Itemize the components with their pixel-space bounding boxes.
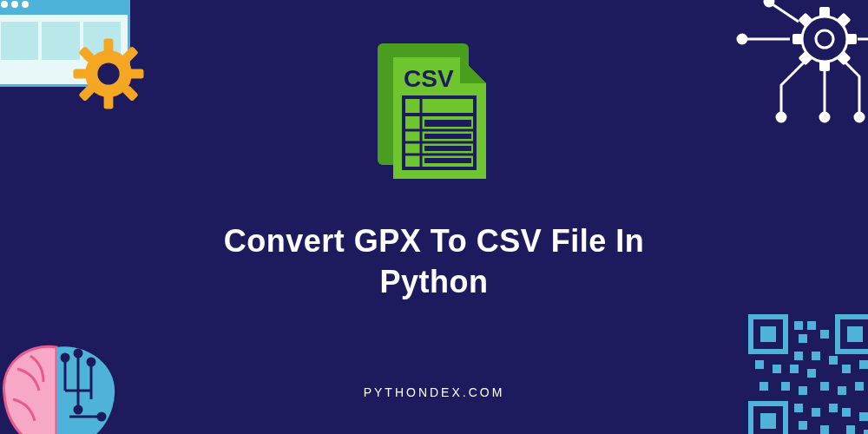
svg-rect-81	[846, 425, 855, 434]
svg-point-22	[816, 30, 833, 48]
svg-rect-68	[760, 382, 768, 391]
top-left-decoration	[0, 0, 156, 122]
svg-rect-76	[829, 404, 838, 412]
svg-point-47	[98, 413, 105, 420]
svg-rect-73	[855, 382, 864, 391]
svg-point-9	[97, 62, 119, 84]
svg-point-34	[738, 35, 746, 43]
svg-rect-82	[864, 430, 868, 434]
svg-rect-17	[424, 120, 471, 127]
svg-rect-59	[794, 352, 803, 360]
svg-point-45	[75, 350, 82, 357]
svg-point-32	[820, 113, 829, 122]
svg-rect-19	[424, 146, 471, 151]
svg-rect-20	[424, 158, 471, 163]
gear-icon	[69, 35, 148, 113]
svg-rect-66	[842, 365, 851, 373]
svg-rect-64	[790, 365, 799, 373]
svg-rect-56	[807, 321, 816, 330]
window-dot	[22, 1, 29, 8]
svg-rect-3	[74, 69, 88, 79]
svg-rect-29	[799, 51, 813, 66]
svg-rect-69	[781, 382, 790, 391]
csv-file-icon: CSV	[378, 43, 490, 182]
svg-rect-78	[820, 425, 829, 434]
svg-rect-25	[792, 34, 803, 44]
svg-rect-27	[799, 13, 813, 28]
svg-point-35	[777, 113, 786, 122]
window-dot	[11, 1, 18, 8]
svg-rect-71	[820, 382, 829, 391]
svg-rect-57	[799, 334, 807, 343]
svg-rect-24	[819, 61, 830, 71]
circuit-gear-icon	[729, 0, 868, 139]
brain-icon	[0, 330, 130, 434]
svg-rect-2	[104, 95, 114, 108]
svg-rect-50	[760, 326, 776, 342]
page-title: Convert GPX To CSV File In Python	[174, 221, 694, 303]
svg-rect-61	[829, 356, 838, 365]
svg-rect-62	[755, 360, 764, 369]
svg-point-48	[75, 406, 82, 413]
svg-rect-28	[837, 13, 852, 28]
footer-site-name: PYTHONDEX.COM	[364, 385, 505, 399]
qr-code-icon	[746, 312, 868, 434]
svg-rect-30	[837, 51, 852, 66]
svg-rect-26	[846, 34, 857, 44]
svg-rect-23	[819, 7, 830, 17]
svg-point-46	[88, 358, 95, 365]
svg-point-36	[855, 113, 864, 122]
svg-rect-54	[760, 413, 776, 429]
svg-rect-58	[820, 330, 829, 339]
svg-rect-70	[799, 386, 807, 395]
svg-rect-63	[773, 365, 781, 373]
svg-rect-80	[859, 412, 868, 421]
svg-rect-1	[104, 39, 114, 53]
svg-point-37	[765, 0, 773, 6]
svg-rect-55	[794, 321, 803, 330]
svg-point-44	[62, 354, 69, 361]
svg-rect-60	[812, 352, 820, 360]
svg-rect-67	[859, 360, 868, 369]
svg-rect-77	[799, 421, 807, 430]
window-column	[1, 22, 38, 60]
svg-rect-74	[794, 404, 803, 412]
window-dot	[1, 1, 8, 8]
svg-rect-75	[812, 408, 820, 417]
svg-rect-4	[129, 69, 143, 79]
window-header	[0, 0, 128, 15]
svg-rect-65	[807, 369, 816, 378]
svg-rect-52	[847, 326, 863, 342]
svg-rect-79	[842, 408, 851, 417]
csv-label: CSV	[404, 65, 454, 92]
svg-rect-72	[838, 386, 846, 395]
svg-rect-18	[424, 134, 471, 139]
